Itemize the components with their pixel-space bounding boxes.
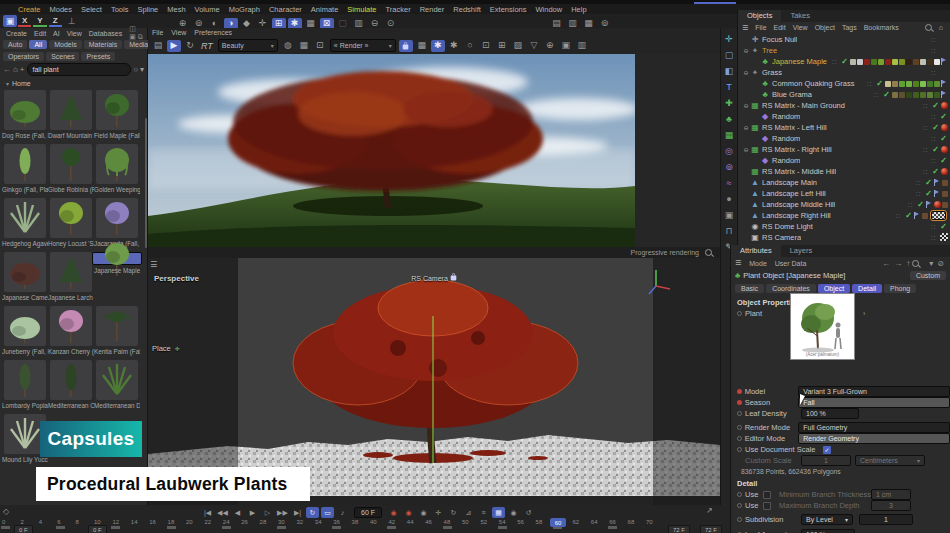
use-min-branch-checkbox[interactable] <box>763 491 771 499</box>
attr-burger-icon[interactable]: ☰ <box>735 259 741 267</box>
visibility-dots[interactable]: ∷ <box>874 91 879 98</box>
render-check-icon[interactable]: ✓ <box>875 79 884 88</box>
param-key-icon[interactable]: ≡ <box>477 507 490 518</box>
redshift-material-icon[interactable] <box>941 102 948 109</box>
asset-thumbnail[interactable] <box>4 360 46 400</box>
render-check-icon[interactable]: ✓ <box>931 101 940 110</box>
render-check-icon[interactable]: ✓ <box>931 167 940 176</box>
selection-key-icon[interactable]: ▦ <box>492 507 505 518</box>
material-tag[interactable] <box>892 59 898 65</box>
object-row[interactable]: ▲Landscape Left Hill∷✓ <box>738 188 950 199</box>
render-check-icon[interactable]: ✓ <box>931 145 940 154</box>
asset-item[interactable]: Japanese Camellia (Fal… <box>2 252 48 304</box>
aov-icon[interactable]: ◍ <box>281 40 295 52</box>
camera-label[interactable]: RS Camera <box>148 272 720 282</box>
expand-icon[interactable]: ⊖ <box>742 146 750 153</box>
obj-menu-object[interactable]: Object <box>815 24 835 31</box>
ab-menu-view[interactable]: View <box>67 30 82 37</box>
floor-icon[interactable]: ⊓ <box>723 224 736 238</box>
text-icon[interactable]: T <box>723 80 736 94</box>
volume-mesher-icon[interactable]: ⊚ <box>723 160 736 174</box>
home-icon[interactable]: ⌂ <box>13 65 18 74</box>
obj-menu-file[interactable]: File <box>755 24 766 31</box>
attributes-tab-layers[interactable]: Layers <box>781 245 822 257</box>
visibility-dots[interactable]: ∷ <box>923 146 928 153</box>
use-max-branch-checkbox[interactable] <box>763 502 771 510</box>
menu-redshift[interactable]: Redshift <box>453 5 481 14</box>
lock-icon[interactable] <box>399 40 413 52</box>
visibility-dots[interactable]: ∷ <box>908 201 913 208</box>
asset-browser-scrollbar[interactable] <box>145 118 147 248</box>
rv-menu-view[interactable]: View <box>171 29 186 36</box>
record-obj-icon[interactable]: ◉ <box>507 507 520 518</box>
season-select[interactable]: Fall <box>798 397 950 408</box>
asset-thumbnail[interactable] <box>4 306 46 346</box>
attr-userdata-menu[interactable]: User Data <box>775 260 807 267</box>
material-tag[interactable] <box>878 59 884 65</box>
material-tag[interactable] <box>885 59 891 65</box>
visibility-dots[interactable]: ∷ <box>867 80 872 87</box>
render-check-icon[interactable]: ✓ <box>939 156 948 165</box>
target-flag-icon[interactable] <box>926 201 933 208</box>
save-icon[interactable]: ▽ <box>527 40 541 52</box>
material-tag[interactable] <box>920 81 926 87</box>
model-select[interactable]: Variant 3 Full-Grown <box>798 386 950 397</box>
freeze-icon[interactable]: ✱ <box>447 40 461 52</box>
asset-thumbnail[interactable] <box>96 306 138 346</box>
visibility-dots[interactable]: ∷ <box>916 190 921 197</box>
visibility-dots[interactable]: ∷ <box>931 234 936 241</box>
plant-expand-arrow[interactable]: › <box>863 310 865 317</box>
axis-tool-icon[interactable]: ⊥ <box>65 15 79 27</box>
expand-icon[interactable]: ⊖ <box>742 102 750 109</box>
render-check-icon[interactable]: ✓ <box>916 200 925 209</box>
object-row[interactable]: ⊖▦RS Matrix - Left Hill∷✓ <box>738 122 950 133</box>
material-tag[interactable] <box>906 81 912 87</box>
ab-tab-materials[interactable]: Materials <box>84 40 122 49</box>
menu-select[interactable]: Select <box>81 5 102 14</box>
viewport-menu-icon[interactable]: ☰ <box>150 260 157 269</box>
object-row[interactable]: ◆Random∷✓ <box>738 155 950 166</box>
attr-tab-detail[interactable]: Detail <box>852 284 882 293</box>
asset-item[interactable]: Dwarf Mountain Pine (… <box>48 90 94 142</box>
object-row[interactable]: ▣RS Camera∷ <box>738 232 950 243</box>
attr-search-icon[interactable] <box>912 260 919 267</box>
subdivision-mode-select[interactable]: By Level▾ <box>801 514 853 525</box>
asset-thumbnail[interactable] <box>50 90 92 130</box>
search-input[interactable]: fall plant <box>27 63 132 76</box>
ab-menu-databases[interactable]: Databases <box>89 30 122 37</box>
ab-menu-ai[interactable]: AI <box>53 30 60 37</box>
target-flag-icon[interactable] <box>941 58 948 65</box>
asset-item[interactable]: Dog Rose (Fall, Plant) <box>2 90 48 142</box>
expand-icon[interactable]: ⊞ <box>495 40 509 52</box>
object-row[interactable]: ♣Blue Grama∷✓ <box>738 89 950 100</box>
attributes-tab-attributes[interactable]: Attributes <box>731 245 781 257</box>
fracture-icon[interactable]: ♣ <box>723 112 736 126</box>
material-tag[interactable] <box>899 81 905 87</box>
refresh-icon[interactable]: ↻ <box>183 40 197 52</box>
attr-filter-icon[interactable]: ▾ <box>929 259 933 268</box>
asset-item[interactable]: Ginkgo (Fall, Plant) <box>2 144 48 196</box>
material-tag[interactable] <box>892 92 898 98</box>
visibility-dots[interactable]: ∷ <box>931 113 936 120</box>
expand-icon[interactable]: ⊖ <box>742 47 750 54</box>
target-flag-icon[interactable] <box>934 179 941 186</box>
use-document-scale-checkbox[interactable]: ✓ <box>823 446 831 454</box>
material-tag[interactable] <box>922 213 928 219</box>
object-row[interactable]: ⊖▦RS Matrix - Right Hill∷✓ <box>738 144 950 155</box>
autokey-icon[interactable]: ◉ <box>402 507 415 518</box>
menu-render[interactable]: Render <box>420 5 445 14</box>
visibility-dots[interactable]: ∷ <box>896 212 901 219</box>
filter-menu-icon[interactable]: ▾ <box>140 65 144 74</box>
material-tag[interactable] <box>927 92 933 98</box>
material-tag[interactable] <box>899 59 905 65</box>
pos-key-icon[interactable]: ✛ <box>432 507 445 518</box>
field-icon[interactable]: ≈ <box>723 176 736 190</box>
cloner-icon[interactable]: ✚ <box>723 96 736 110</box>
primitive-cube-icon[interactable]: ◧ <box>723 64 736 78</box>
texture-tag-selected[interactable] <box>931 211 946 220</box>
menu-tools[interactable]: Tools <box>111 5 129 14</box>
target-flag-icon[interactable] <box>941 91 948 98</box>
material-tag[interactable] <box>864 59 870 65</box>
asset-thumbnail[interactable] <box>4 252 46 292</box>
region-icon[interactable]: ○ <box>463 40 477 52</box>
